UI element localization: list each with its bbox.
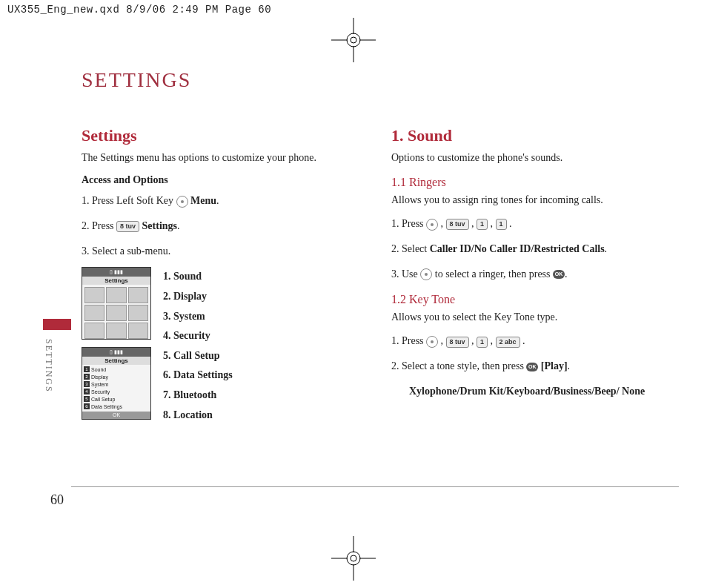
text: to select a ringer, then press — [435, 268, 553, 280]
comma: , — [438, 218, 446, 229]
phone-grid-icon — [106, 305, 126, 321]
settings-intro: The Settings menu has options to customi… — [82, 150, 348, 165]
step-3: 3. Select a sub-menu. — [82, 242, 348, 260]
phone-screenshots: ▯ ▮▮▮ Settings ▯ ▮▮▮ Settings 1Sound — [82, 267, 151, 425]
step-1-text: 1. Press Left Soft Key — [82, 195, 176, 206]
sound-intro: Options to customize the phone's sounds. — [391, 150, 658, 165]
comma: , — [438, 335, 446, 346]
phone-grid-icon — [84, 305, 104, 321]
phone-title: Settings — [82, 357, 150, 365]
phone-grid-icon — [84, 323, 104, 339]
comma: , — [488, 218, 496, 229]
nav-key-icon — [420, 268, 432, 280]
ringers-step-3: 3. Use to select a ringer, then press OK… — [391, 265, 658, 283]
submenu-item: 3. System — [163, 307, 233, 327]
key-1-icon: 1 — [477, 219, 488, 230]
ringers-step-2: 2. Select Caller ID/No Caller ID/Restric… — [391, 240, 658, 258]
section-sound: 1. Sound — [391, 126, 658, 145]
access-heading: Access and Options — [82, 174, 348, 186]
key-8tuv-icon: 8 tuv — [116, 221, 139, 232]
play-label: [Play] — [541, 360, 568, 371]
key-1-icon: 1 — [496, 219, 507, 230]
nav-key-icon — [426, 219, 438, 231]
nav-key-icon — [176, 196, 188, 208]
phone-screen-icons: ▯ ▮▮▮ Settings — [82, 267, 151, 340]
submenu-item: 4. Security — [163, 326, 233, 346]
tone-options: Xylophone/Drum Kit/Keyboard/Business/Bee… — [409, 383, 658, 400]
section-settings: Settings — [82, 126, 348, 145]
step-1: 1. Press Left Soft Key Menu. — [82, 192, 348, 210]
phone-grid-icon — [106, 287, 126, 303]
phone-grid-icon — [128, 323, 148, 339]
left-column: Settings The Settings menu has options t… — [82, 126, 348, 425]
step-2-text: 2. Press — [82, 220, 116, 231]
dot: . — [565, 268, 568, 280]
comma: , — [469, 218, 477, 229]
dot: . — [520, 335, 525, 346]
phone-grid-icon — [128, 305, 148, 321]
page-title: SETTINGS — [82, 68, 674, 92]
footer-rule — [71, 486, 679, 487]
ok-key-icon: OK — [526, 363, 538, 371]
submenu-item: 6. Data Settings — [163, 366, 233, 386]
phone-list-item: 3System — [84, 380, 149, 388]
crop-mark-bottom — [331, 536, 376, 581]
submenu-item: 1. Sound — [163, 267, 233, 287]
svg-point-11 — [351, 555, 356, 561]
text: 1. Press — [391, 335, 426, 346]
comma: , — [469, 335, 477, 346]
phone-ok-softkey: OK — [82, 412, 150, 419]
phone-status-bar: ▯ ▮▮▮ — [82, 268, 150, 277]
key-8tuv-icon: 8 tuv — [446, 219, 469, 230]
crop-mark-top — [331, 18, 376, 62]
svg-point-5 — [351, 37, 356, 43]
phone-grid-icon — [84, 287, 104, 303]
keytone-step-1: 1. Press , 8 tuv , 1 , 2 abc . — [391, 332, 658, 350]
phone-list-item: 5Call Setup — [84, 395, 149, 403]
phone-grid-icon — [106, 323, 126, 339]
phone-list-item: 6Data Settings — [84, 403, 149, 410]
text: 2. Select a tone style, then press — [391, 360, 526, 371]
section-keytone: 1.2 Key Tone — [391, 293, 658, 306]
dot: . — [216, 195, 219, 206]
side-tab-color — [43, 319, 71, 330]
phone-status-bar: ▯ ▮▮▮ — [82, 348, 150, 357]
dot: . — [177, 220, 180, 231]
phone-grid-icon — [128, 287, 148, 303]
ok-key-icon: OK — [553, 270, 565, 279]
slug-line: UX355_Eng_new.qxd 8/9/06 2:49 PM Page 60 — [7, 4, 271, 16]
menu-label: Menu — [190, 195, 216, 206]
phone-title: Settings — [82, 277, 150, 285]
phone-list-item: 1Sound — [84, 366, 149, 373]
submenu-item: 8. Location — [163, 406, 233, 426]
text: 2. Select — [391, 243, 430, 254]
svg-point-10 — [347, 552, 360, 565]
submenu-item: 2. Display — [163, 287, 233, 307]
dot: . — [605, 243, 608, 254]
side-tab-label: SETTINGS — [43, 334, 54, 393]
phone-screen-list: ▯ ▮▮▮ Settings 1Sound 2Display 3System 4… — [82, 347, 151, 420]
side-tab: SETTINGS — [43, 319, 71, 393]
nav-key-icon — [426, 336, 438, 348]
key-2abc-icon: 2 abc — [496, 337, 520, 348]
key-8tuv-icon: 8 tuv — [446, 337, 469, 348]
phone-list-item: 2Display — [84, 373, 149, 380]
settings-label: Settings — [142, 220, 177, 231]
ringers-step-1: 1. Press , 8 tuv , 1 , 1 . — [391, 215, 658, 233]
comma: , — [488, 335, 496, 346]
key-1-icon: 1 — [477, 337, 488, 348]
text: 1. Press — [391, 218, 426, 229]
text: 3. Use — [391, 268, 420, 280]
dot: . — [507, 218, 512, 229]
page-number: 60 — [50, 492, 64, 508]
right-column: 1. Sound Options to customize the phone'… — [391, 126, 658, 425]
phone-list-item: 4Security — [84, 388, 149, 395]
submenu-list: 1. Sound 2. Display 3. System 4. Securit… — [163, 267, 233, 425]
step-2: 2. Press 8 tuv Settings. — [82, 217, 348, 235]
dot: . — [568, 360, 571, 371]
keytone-step-2: 2. Select a tone style, then press OK [P… — [391, 357, 658, 375]
svg-point-4 — [347, 33, 360, 47]
section-ringers: 1.1 Ringers — [391, 176, 658, 189]
keytone-intro: Allows you to select the Key Tone type. — [391, 309, 658, 325]
submenu-item: 5. Call Setup — [163, 346, 233, 366]
